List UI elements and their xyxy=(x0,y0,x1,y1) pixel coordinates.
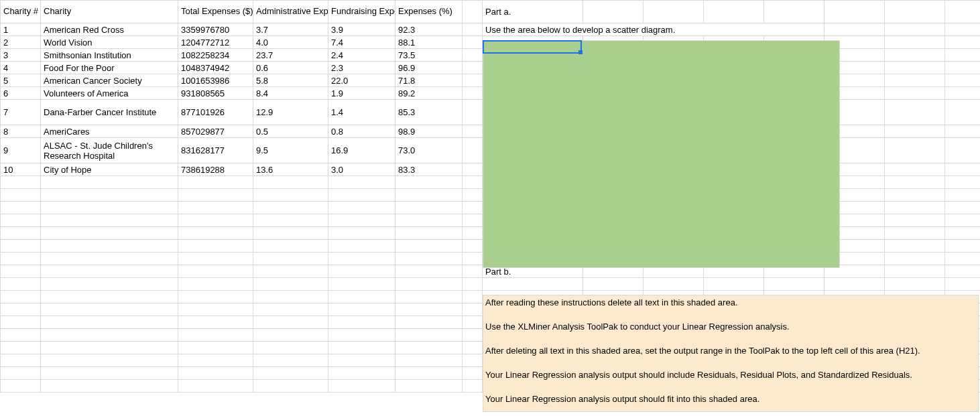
cell[interactable] xyxy=(395,342,463,354)
cell[interactable] xyxy=(395,189,463,202)
cell[interactable] xyxy=(395,240,463,253)
cell[interactable] xyxy=(945,227,981,240)
cell[interactable] xyxy=(178,214,253,227)
cell[interactable]: World Vision xyxy=(41,36,178,49)
table-row[interactable]: 1 American Red Cross 3359976780 3.7 3.9 … xyxy=(1,23,981,36)
cell[interactable]: Volunteers of America xyxy=(41,87,178,100)
cell[interactable] xyxy=(1,214,41,227)
cell[interactable] xyxy=(253,253,328,265)
cell[interactable] xyxy=(41,278,178,291)
cell[interactable]: 7.4 xyxy=(328,36,395,49)
cell[interactable]: 3.9 xyxy=(328,23,395,36)
cell[interactable] xyxy=(945,1,981,23)
cell[interactable] xyxy=(178,202,253,214)
header-admin-expenses[interactable]: Administrative Expenses (%) xyxy=(253,1,328,23)
cell[interactable] xyxy=(178,380,253,393)
cell[interactable] xyxy=(885,253,945,265)
part-a-instruction[interactable]: Use the area below to develop a scatter … xyxy=(483,23,824,36)
cell[interactable] xyxy=(463,36,483,49)
cell[interactable] xyxy=(463,354,483,367)
cell[interactable] xyxy=(885,49,945,62)
cell[interactable]: 0.6 xyxy=(253,62,328,74)
cell[interactable] xyxy=(463,253,483,265)
cell[interactable] xyxy=(945,253,981,265)
cell[interactable]: 857029877 xyxy=(178,125,253,138)
cell[interactable]: 1082258234 xyxy=(178,49,253,62)
cell[interactable] xyxy=(41,240,178,253)
cell[interactable]: 831628177 xyxy=(178,138,253,163)
cell[interactable]: 1204772712 xyxy=(178,36,253,49)
cell[interactable]: American Cancer Society xyxy=(41,74,178,87)
cell[interactable] xyxy=(328,265,395,278)
cell[interactable]: 8 xyxy=(1,125,41,138)
cell[interactable] xyxy=(178,316,253,329)
cell[interactable] xyxy=(253,240,328,253)
cell[interactable]: 16.9 xyxy=(328,138,395,163)
cell[interactable] xyxy=(885,100,945,125)
cell[interactable]: 3 xyxy=(1,49,41,62)
cell[interactable] xyxy=(395,354,463,367)
cell[interactable] xyxy=(178,329,253,342)
cell[interactable] xyxy=(178,227,253,240)
cell[interactable] xyxy=(178,265,253,278)
cell[interactable] xyxy=(945,49,981,62)
cell[interactable]: 98.9 xyxy=(395,125,463,138)
cell[interactable] xyxy=(41,214,178,227)
cell[interactable] xyxy=(885,62,945,74)
cell[interactable]: 8.4 xyxy=(253,87,328,100)
cell[interactable] xyxy=(463,240,483,253)
cell[interactable]: 2.3 xyxy=(328,62,395,74)
cell[interactable] xyxy=(1,227,41,240)
cell[interactable] xyxy=(463,227,483,240)
cell[interactable]: 4.0 xyxy=(253,36,328,49)
cell[interactable] xyxy=(1,329,41,342)
cell[interactable] xyxy=(885,138,945,163)
cell[interactable] xyxy=(41,367,178,380)
cell[interactable]: City of Hope xyxy=(41,163,178,176)
cell[interactable] xyxy=(945,176,981,189)
cell[interactable] xyxy=(328,354,395,367)
cell[interactable] xyxy=(644,1,704,23)
cell[interactable] xyxy=(253,176,328,189)
cell[interactable] xyxy=(463,176,483,189)
cell[interactable] xyxy=(253,316,328,329)
cell[interactable] xyxy=(328,291,395,303)
cell[interactable]: 88.1 xyxy=(395,36,463,49)
cell[interactable]: 1 xyxy=(1,23,41,36)
cell[interactable] xyxy=(1,253,41,265)
cell[interactable]: 92.3 xyxy=(395,23,463,36)
cell[interactable] xyxy=(463,49,483,62)
cell[interactable] xyxy=(395,202,463,214)
cell[interactable] xyxy=(1,189,41,202)
cell[interactable]: Dana-Farber Cancer Institute xyxy=(41,100,178,125)
cell[interactable]: ALSAC - St. Jude Children's Research Hos… xyxy=(41,138,178,163)
cell[interactable]: 738619288 xyxy=(178,163,253,176)
cell[interactable] xyxy=(178,354,253,367)
cell[interactable] xyxy=(253,329,328,342)
cell[interactable] xyxy=(41,329,178,342)
cell[interactable] xyxy=(764,278,824,291)
cell[interactable] xyxy=(463,214,483,227)
cell[interactable] xyxy=(583,278,644,291)
cell[interactable] xyxy=(885,125,945,138)
cell[interactable] xyxy=(253,214,328,227)
cell[interactable]: 0.8 xyxy=(328,125,395,138)
cell[interactable] xyxy=(463,278,483,291)
cell[interactable] xyxy=(395,176,463,189)
cell[interactable]: 5 xyxy=(1,74,41,87)
cell[interactable] xyxy=(328,227,395,240)
cell[interactable] xyxy=(1,240,41,253)
cell[interactable] xyxy=(253,367,328,380)
cell[interactable] xyxy=(253,278,328,291)
cell[interactable] xyxy=(328,367,395,380)
cell[interactable] xyxy=(583,1,644,23)
cell[interactable] xyxy=(395,316,463,329)
cell[interactable]: 1.9 xyxy=(328,87,395,100)
cell[interactable] xyxy=(824,278,885,291)
cell[interactable] xyxy=(328,329,395,342)
cell[interactable] xyxy=(463,125,483,138)
cell[interactable]: 877101926 xyxy=(178,100,253,125)
cell[interactable] xyxy=(328,189,395,202)
cell[interactable] xyxy=(1,291,41,303)
cell[interactable] xyxy=(253,202,328,214)
